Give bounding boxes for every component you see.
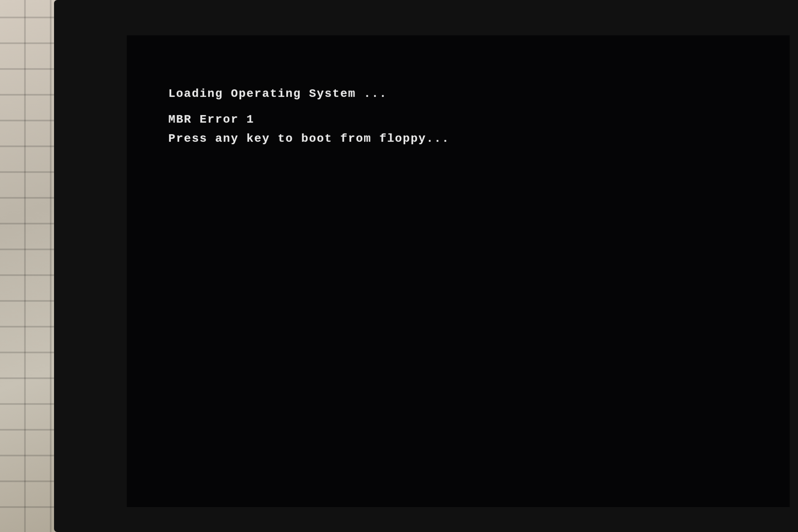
mbr-error-text: MBR Error 1 xyxy=(168,111,790,128)
loading-os-text: Loading Operating System ... xyxy=(168,85,790,103)
screen-content: Loading Operating System ... MBR Error 1… xyxy=(127,35,790,507)
photo-frame: Loading Operating System ... MBR Error 1… xyxy=(0,0,798,532)
monitor-bezel: Loading Operating System ... MBR Error 1… xyxy=(54,0,798,532)
press-any-key-text: Press any key to boot from floppy... xyxy=(168,130,790,148)
